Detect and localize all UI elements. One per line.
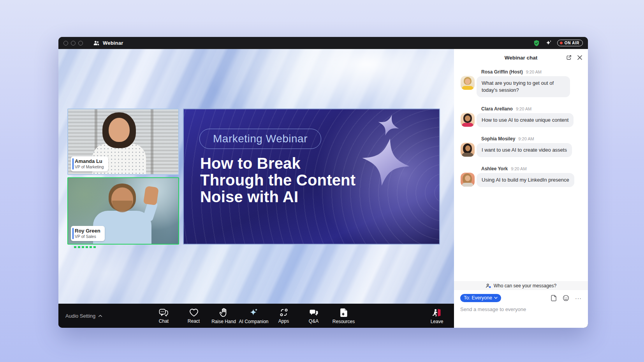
- message-author: Ashlee York: [481, 166, 508, 171]
- chevron-down-icon: [494, 297, 498, 299]
- recipient-selector[interactable]: To: Everyone: [460, 294, 501, 302]
- chat-message: Ashlee York 9:20 AM Using AI to build my…: [461, 166, 582, 187]
- video-stage: Amanda Lu VP of Marketing: [58, 49, 454, 304]
- audio-setting-button[interactable]: Audio Setting: [65, 304, 102, 328]
- avatar-clara-arellano: [461, 113, 475, 127]
- security-shield-icon[interactable]: [533, 40, 540, 47]
- slide-star-small: [377, 114, 400, 136]
- ai-companion-button[interactable]: AI Companion: [239, 304, 269, 328]
- name-tag-amanda: Amanda Lu VP of Marketing: [71, 156, 108, 171]
- react-button[interactable]: React: [179, 304, 209, 328]
- name-tag-roy: Roy Green VP of Sales: [71, 226, 105, 241]
- chat-message-list[interactable]: Rosa Griffin (Host) 9:20 AM What are you…: [454, 66, 588, 281]
- on-air-dot-icon: [560, 42, 563, 44]
- shared-slide: Marketing Webinar How to Break Through t…: [183, 108, 440, 245]
- emoji-icon[interactable]: [563, 295, 569, 301]
- chat-header: Webinar chat: [454, 49, 588, 66]
- chat-message: Sophia Mosiley 9:20 AM I want to use AI …: [461, 136, 582, 157]
- raise-hand-button[interactable]: Raise Hand: [209, 304, 239, 328]
- participants-icon: [93, 40, 100, 46]
- window-minimize-button[interactable]: [71, 41, 76, 45]
- apps-button[interactable]: Apps: [269, 304, 299, 328]
- video-tile-amanda-lu[interactable]: Amanda Lu VP of Marketing: [67, 108, 179, 175]
- chat-message: Rosa Griffin (Host) 9:20 AM What are you…: [461, 69, 582, 97]
- avatar-rosa-griffin: [461, 76, 475, 90]
- window-title: Webinar: [103, 40, 123, 46]
- more-options-icon[interactable]: ···: [575, 296, 582, 300]
- message-bubble: Using AI to build my LinkedIn presence: [477, 173, 574, 187]
- attach-file-icon[interactable]: [551, 295, 557, 301]
- chat-bubble-icon: [158, 308, 169, 317]
- message-bubble: What are you trying to get out of today'…: [477, 76, 570, 97]
- avatar-sophia-mosiley: [461, 143, 475, 157]
- video-tile-roy-green[interactable]: Roy Green VP of Sales: [67, 177, 179, 245]
- message-author: Rosa Griffin (Host): [481, 69, 523, 75]
- message-bubble: How to use AI to create unique content: [477, 113, 574, 127]
- message-visibility-link[interactable]: Who can see your messages?: [454, 281, 588, 290]
- ai-companion-titlebar-icon[interactable]: [545, 40, 552, 47]
- message-time: 9:20 AM: [516, 107, 531, 111]
- message-bubble: I want to use AI to create video assets: [477, 143, 572, 157]
- slide-headline: How to Break Through the Content Noise w…: [200, 155, 355, 206]
- titlebar: Webinar ON AIR: [58, 37, 588, 49]
- window-zoom-button[interactable]: [78, 41, 83, 45]
- avatar-ashlee-york: [461, 173, 475, 187]
- meeting-toolbar: Audio Setting: [58, 304, 454, 328]
- window-controls: [63, 41, 83, 45]
- message-author: Clara Arellano: [481, 106, 513, 112]
- slide-star-large: [361, 137, 411, 187]
- chat-message: Clara Arellano 9:20 AM How to use AI to …: [461, 106, 582, 127]
- leave-door-icon: [432, 308, 442, 318]
- heart-icon: [189, 308, 199, 317]
- resources-button[interactable]: Resources: [329, 304, 359, 328]
- chat-composer: To: Everyone: [454, 290, 588, 328]
- slide-badge: Marketing Webinar: [199, 129, 321, 149]
- raised-hand-icon: [219, 308, 229, 318]
- active-audio-indicator: [74, 246, 96, 248]
- person-privacy-icon: [486, 283, 491, 289]
- chevron-up-icon: [98, 315, 102, 317]
- qa-button[interactable]: Q&A: [299, 304, 329, 328]
- close-icon[interactable]: [577, 55, 582, 60]
- chat-title: Webinar chat: [505, 55, 538, 61]
- webinar-window: Webinar ON AIR: [58, 37, 588, 328]
- message-time: 9:20 AM: [511, 166, 526, 171]
- message-time: 9:20 AM: [518, 136, 534, 141]
- leave-button[interactable]: Leave: [424, 304, 449, 328]
- document-sparkle-icon: [339, 308, 348, 318]
- on-air-badge: ON AIR: [557, 40, 583, 46]
- webinar-chat-panel: Webinar chat: [454, 49, 588, 328]
- ai-sparkle-icon: [248, 308, 259, 318]
- message-input[interactable]: [460, 302, 582, 328]
- window-close-button[interactable]: [63, 41, 68, 45]
- pop-out-icon[interactable]: [566, 54, 572, 61]
- apps-icon: [279, 308, 289, 317]
- chat-button[interactable]: Chat: [149, 304, 179, 328]
- qa-bubbles-icon: [309, 308, 319, 317]
- message-author: Sophia Mosiley: [481, 136, 515, 142]
- message-time: 9:20 AM: [526, 70, 542, 74]
